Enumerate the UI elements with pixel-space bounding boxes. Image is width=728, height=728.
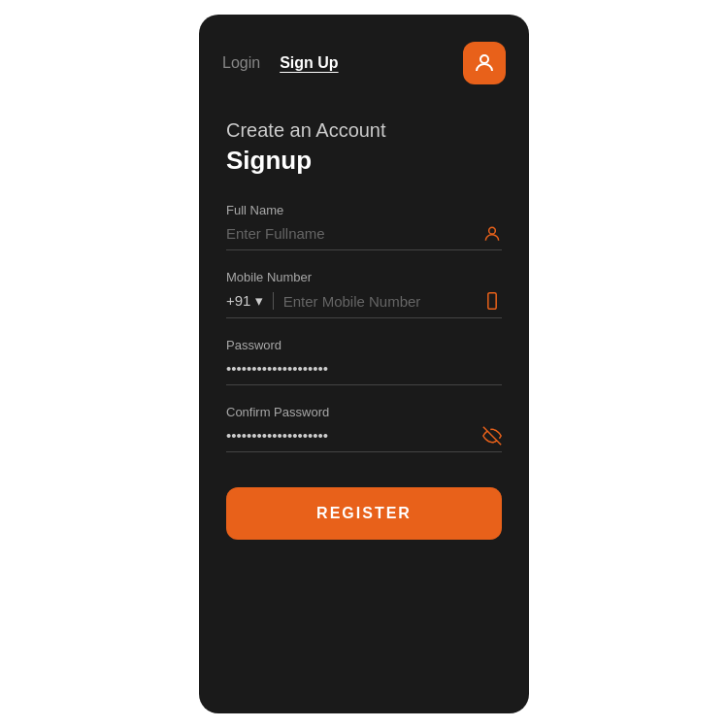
main-content: Create an Account Signup Full Name Mobil… [199, 100, 529, 713]
password-label: Password [226, 338, 502, 352]
confirm-password-input-wrapper [226, 427, 502, 452]
full-name-group: Full Name [226, 203, 502, 250]
mobile-input[interactable] [283, 293, 502, 310]
phone-icon [482, 291, 502, 311]
full-name-input[interactable] [226, 225, 502, 242]
mobile-label: Mobile Number [226, 270, 502, 284]
eye-slash-icon [482, 426, 502, 446]
mobile-input-wrapper: +91 ▾ [226, 292, 502, 318]
country-code[interactable]: +91 ▾ [226, 292, 263, 310]
confirm-password-group: Confirm Password [226, 405, 502, 452]
phone-icon-wrapper [482, 291, 502, 311]
full-name-label: Full Name [226, 203, 502, 217]
register-button[interactable]: REGISTER [226, 487, 502, 540]
top-nav: Login Sign Up [199, 15, 529, 100]
user-icon [473, 51, 496, 75]
confirm-password-input[interactable] [226, 427, 502, 444]
eye-slash-icon-wrapper[interactable] [482, 426, 502, 446]
login-tab[interactable]: Login [222, 54, 260, 72]
svg-rect-2 [488, 293, 496, 310]
password-input-wrapper [226, 360, 502, 385]
phone-container: Login Sign Up Create an Account Signup F… [199, 15, 529, 713]
heading-section: Create an Account Signup [226, 119, 502, 176]
confirm-password-label: Confirm Password [226, 405, 502, 419]
user-icon-button[interactable] [463, 42, 506, 84]
nav-tabs: Login Sign Up [222, 54, 339, 72]
signup-tab[interactable]: Sign Up [280, 54, 338, 72]
signup-title: Signup [226, 146, 502, 176]
password-input[interactable] [226, 360, 502, 377]
create-account-text: Create an Account [226, 119, 502, 142]
password-group: Password [226, 338, 502, 385]
mobile-group: Mobile Number +91 ▾ [226, 270, 502, 318]
svg-point-0 [480, 55, 488, 63]
person-icon [482, 224, 502, 244]
full-name-input-wrapper [226, 225, 502, 250]
person-icon-wrapper [482, 224, 502, 244]
country-separator [273, 292, 274, 310]
svg-point-1 [489, 227, 496, 234]
